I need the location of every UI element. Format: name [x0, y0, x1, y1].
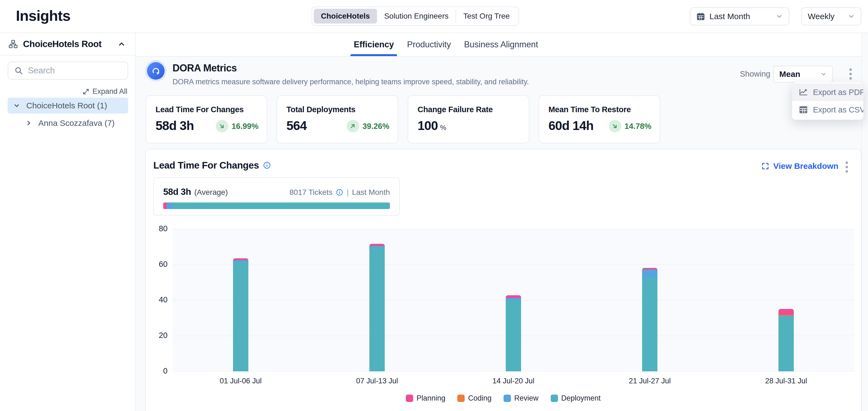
aggregation-select-value: Mean — [779, 69, 800, 79]
trend-up-icon — [347, 120, 359, 132]
chevron-down-icon — [776, 13, 783, 20]
calendar-icon — [696, 12, 705, 21]
metric-delta: 16.99% — [216, 120, 258, 132]
dora-kebab-menu-button[interactable] — [848, 67, 854, 81]
view-breakdown-button[interactable]: View Breakdown — [761, 162, 838, 171]
bar-segment-planning — [233, 258, 248, 261]
period-select-value: Last Month — [709, 12, 750, 21]
expand-corners-icon — [761, 162, 769, 170]
legend-swatch — [551, 395, 558, 402]
bar-stack-2[interactable] — [369, 244, 385, 371]
legend-item-review[interactable]: Review — [503, 394, 538, 403]
chart-line-icon — [799, 88, 808, 97]
legend-swatch — [406, 395, 413, 402]
org-tab-solution-engineers[interactable]: Solution Engineers — [377, 9, 456, 24]
legend-item-deployment[interactable]: Deployment — [551, 394, 601, 403]
gridline-y-60 — [173, 265, 854, 265]
metric-delta-value: 39.26% — [363, 122, 390, 131]
search-box — [8, 62, 128, 80]
x-axis-label: 14 Jul-20 Jul — [472, 377, 555, 385]
period-select[interactable]: Last Month — [690, 7, 789, 26]
tree-item-choicehotels-root[interactable]: ChoiceHotels Root (1) — [8, 98, 128, 113]
search-input[interactable] — [28, 66, 122, 75]
menu-item-export-pdf[interactable]: Export as PDF — [792, 83, 863, 101]
legend-swatch — [503, 395, 511, 402]
x-axis-label: 01 Jul-06 Jul — [199, 377, 282, 385]
search-icon — [14, 66, 23, 75]
trend-down-icon — [216, 120, 228, 132]
bar-segment-deployment — [233, 261, 248, 371]
bar-stack-3[interactable] — [506, 295, 521, 371]
aggregation-select[interactable]: Mean — [773, 66, 833, 83]
progress-segment-deployment — [173, 203, 390, 209]
separator: | — [347, 188, 348, 197]
bar-segment-deployment — [642, 278, 657, 371]
export-dropdown-menu: Export as PDF Export as CSV — [792, 82, 864, 120]
bar-segment-deployment — [369, 247, 385, 371]
legend-item-planning[interactable]: Planning — [406, 394, 445, 403]
y-axis-tick-label: 60 — [148, 260, 167, 269]
legend-label: Coding — [468, 394, 492, 403]
org-tree-sidebar: ChoiceHotels Root Expand All ChoiceHotel… — [0, 33, 135, 411]
legend-item-coding[interactable]: Coding — [457, 394, 492, 403]
bar-stack-5[interactable] — [778, 309, 794, 371]
scrollbar-track[interactable] — [861, 0, 868, 411]
average-period: Last Month — [352, 188, 390, 197]
metric-delta: 39.26% — [347, 120, 390, 132]
menu-item-label: Export as PDF — [813, 88, 864, 97]
metric-card-total-deployments: Total Deployments 564 39.26% — [277, 95, 398, 143]
page-title: Insights — [16, 7, 70, 24]
y-axis-tick-label: 40 — [148, 295, 167, 304]
dora-metrics-icon — [145, 60, 166, 81]
org-tab-test-org-tree[interactable]: Test Org Tree — [456, 9, 517, 24]
metric-title: Change Failure Rate — [417, 105, 493, 114]
trend-down-icon — [609, 120, 621, 132]
x-axis-label: 07 Jul-13 Jul — [336, 377, 418, 385]
legend-label: Review — [514, 394, 538, 403]
chevron-down-icon[interactable] — [13, 102, 20, 109]
bar-stack-1[interactable] — [233, 258, 248, 371]
chevron-right-icon[interactable] — [25, 119, 32, 127]
bar-segment-review — [642, 270, 657, 278]
table-icon — [799, 105, 808, 114]
metric-value: 564 — [286, 118, 307, 133]
metric-title: Mean Time To Restore — [549, 105, 631, 114]
org-tab-choicehotels[interactable]: ChoiceHotels — [314, 9, 377, 24]
metric-value: 58d 3h — [156, 118, 194, 133]
chart-title: Lead Time For Changes — [153, 160, 259, 171]
view-breakdown-label: View Breakdown — [773, 162, 838, 171]
metric-delta-value: 14.78% — [625, 122, 651, 131]
tab-productivity[interactable]: Productivity — [407, 33, 451, 56]
menu-item-export-csv[interactable]: Export as CSV — [792, 101, 863, 118]
bar-segment-planning — [778, 309, 794, 315]
metric-title: Total Deployments — [286, 105, 355, 114]
y-axis-tick-label: 80 — [148, 224, 167, 233]
progress-segment-planning — [163, 203, 167, 209]
progress-segment-review — [167, 203, 173, 209]
bar-stack-4[interactable] — [642, 268, 657, 371]
tab-business-alignment[interactable]: Business Alignment — [464, 33, 538, 56]
chevron-down-icon — [848, 13, 855, 20]
granularity-select-value: Weekly — [808, 12, 835, 21]
average-value: 58d 3h — [163, 186, 191, 197]
expand-all-button[interactable]: Expand All — [83, 87, 127, 96]
bar-segment-deployment — [778, 316, 794, 371]
granularity-select[interactable]: Weekly — [801, 7, 861, 26]
metric-card-lead-time: Lead Time For Changes 58d 3h 16.99% — [146, 95, 267, 143]
chart-kebab-menu-button[interactable] — [844, 160, 850, 174]
tickets-count: 8017 Tickets — [289, 188, 333, 197]
metric-unit: % — [440, 124, 446, 132]
info-icon[interactable] — [336, 189, 343, 196]
tree-item-anna-scozzafava[interactable]: Anna Scozzafava (7) — [8, 115, 128, 131]
sidebar-header: ChoiceHotels Root — [0, 33, 135, 56]
y-axis-tick-label: 20 — [148, 331, 167, 340]
metric-value: 60d 14h — [549, 118, 593, 133]
tree-item-label: Anna Scozzafava (7) — [38, 118, 115, 128]
expand-all-label: Expand All — [92, 87, 127, 96]
info-icon[interactable] — [263, 161, 271, 169]
dora-section-description: DORA metrics measure software delivery p… — [173, 78, 529, 86]
tab-efficiency[interactable]: Efficiency — [354, 33, 394, 56]
collapse-chevron-up-icon[interactable] — [118, 40, 126, 48]
metric-title: Lead Time For Changes — [156, 105, 244, 114]
legend-label: Planning — [416, 394, 445, 403]
